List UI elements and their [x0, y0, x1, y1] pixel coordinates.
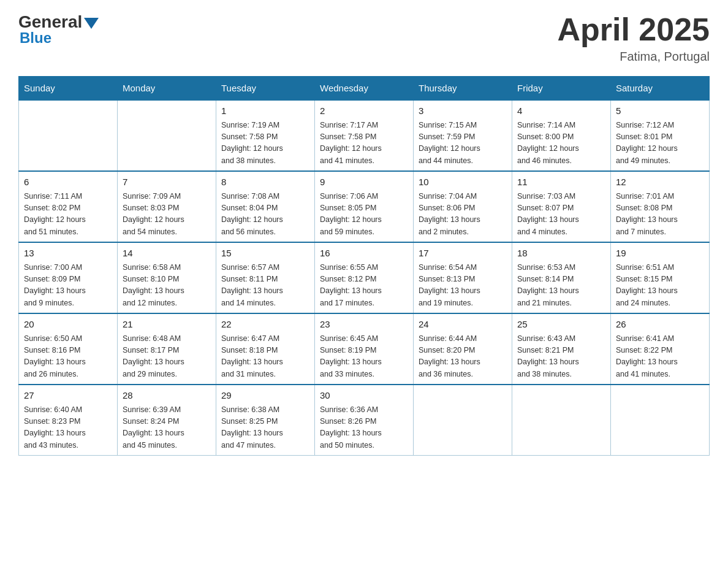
- calendar-cell: 12Sunrise: 7:01 AM Sunset: 8:08 PM Dayli…: [611, 171, 710, 242]
- day-number: 21: [123, 318, 211, 332]
- calendar-cell: 23Sunrise: 6:45 AM Sunset: 8:19 PM Dayli…: [315, 313, 414, 385]
- day-number: 2: [320, 104, 408, 118]
- day-info: Sunrise: 7:01 AM Sunset: 8:08 PM Dayligh…: [616, 191, 704, 239]
- day-info: Sunrise: 7:03 AM Sunset: 8:07 PM Dayligh…: [517, 191, 605, 239]
- calendar-cell: 21Sunrise: 6:48 AM Sunset: 8:17 PM Dayli…: [118, 313, 216, 385]
- calendar-cell: 2Sunrise: 7:17 AM Sunset: 7:58 PM Daylig…: [315, 100, 414, 171]
- day-number: 23: [320, 318, 408, 332]
- calendar-cell: [118, 100, 216, 171]
- weekday-header-wednesday: Wednesday: [315, 77, 414, 101]
- day-number: 17: [419, 247, 507, 261]
- day-number: 26: [616, 318, 704, 332]
- day-info: Sunrise: 6:41 AM Sunset: 8:22 PM Dayligh…: [616, 333, 704, 381]
- day-number: 6: [24, 175, 112, 190]
- calendar-cell: 3Sunrise: 7:15 AM Sunset: 7:59 PM Daylig…: [414, 100, 512, 171]
- weekday-header-friday: Friday: [512, 77, 611, 101]
- weekday-header-monday: Monday: [118, 77, 216, 101]
- calendar-cell: 22Sunrise: 6:47 AM Sunset: 8:18 PM Dayli…: [216, 313, 315, 385]
- day-number: 22: [221, 318, 309, 332]
- day-number: 20: [24, 318, 112, 332]
- day-info: Sunrise: 7:11 AM Sunset: 8:02 PM Dayligh…: [24, 191, 112, 239]
- day-info: Sunrise: 6:54 AM Sunset: 8:13 PM Dayligh…: [419, 262, 507, 310]
- day-number: 8: [221, 175, 309, 190]
- calendar-location: Fatima, Portugal: [557, 50, 710, 64]
- day-number: 30: [320, 389, 408, 403]
- day-info: Sunrise: 6:51 AM Sunset: 8:15 PM Dayligh…: [616, 262, 704, 310]
- calendar-cell: 7Sunrise: 7:09 AM Sunset: 8:03 PM Daylig…: [118, 171, 216, 242]
- day-info: Sunrise: 6:36 AM Sunset: 8:26 PM Dayligh…: [320, 404, 408, 452]
- day-info: Sunrise: 6:43 AM Sunset: 8:21 PM Dayligh…: [517, 333, 605, 381]
- calendar-week-1: 1Sunrise: 7:19 AM Sunset: 7:58 PM Daylig…: [19, 100, 710, 171]
- calendar-week-3: 13Sunrise: 7:00 AM Sunset: 8:09 PM Dayli…: [19, 242, 710, 313]
- day-number: 9: [320, 175, 408, 190]
- day-number: 5: [616, 104, 704, 118]
- calendar-cell: 24Sunrise: 6:44 AM Sunset: 8:20 PM Dayli…: [414, 313, 512, 385]
- day-number: 11: [517, 175, 605, 190]
- calendar-cell: 27Sunrise: 6:40 AM Sunset: 8:23 PM Dayli…: [19, 385, 118, 456]
- day-info: Sunrise: 7:06 AM Sunset: 8:05 PM Dayligh…: [320, 191, 408, 239]
- day-info: Sunrise: 6:40 AM Sunset: 8:23 PM Dayligh…: [24, 404, 112, 452]
- day-info: Sunrise: 7:17 AM Sunset: 7:58 PM Dayligh…: [320, 120, 408, 167]
- calendar-cell: 8Sunrise: 7:08 AM Sunset: 8:04 PM Daylig…: [216, 171, 315, 242]
- logo-triangle-icon: [84, 18, 99, 29]
- calendar-cell: 11Sunrise: 7:03 AM Sunset: 8:07 PM Dayli…: [512, 171, 611, 242]
- calendar-title: April 2025: [557, 12, 710, 47]
- calendar-table: SundayMondayTuesdayWednesdayThursdayFrid…: [18, 76, 710, 456]
- day-info: Sunrise: 7:04 AM Sunset: 8:06 PM Dayligh…: [419, 191, 507, 239]
- day-number: 18: [517, 247, 605, 261]
- calendar-cell: [414, 385, 512, 456]
- calendar-cell: 26Sunrise: 6:41 AM Sunset: 8:22 PM Dayli…: [611, 313, 710, 385]
- day-number: 16: [320, 247, 408, 261]
- calendar-cell: 30Sunrise: 6:36 AM Sunset: 8:26 PM Dayli…: [315, 385, 414, 456]
- day-info: Sunrise: 7:19 AM Sunset: 7:58 PM Dayligh…: [221, 120, 309, 167]
- weekday-header-tuesday: Tuesday: [216, 77, 315, 101]
- calendar-cell: 29Sunrise: 6:38 AM Sunset: 8:25 PM Dayli…: [216, 385, 315, 456]
- day-number: 12: [616, 175, 704, 190]
- calendar-cell: [512, 385, 611, 456]
- calendar-header-row: SundayMondayTuesdayWednesdayThursdayFrid…: [19, 77, 710, 101]
- day-info: Sunrise: 6:57 AM Sunset: 8:11 PM Dayligh…: [221, 262, 309, 310]
- calendar-cell: 9Sunrise: 7:06 AM Sunset: 8:05 PM Daylig…: [315, 171, 414, 242]
- day-number: 3: [419, 104, 507, 118]
- page-header: General Blue April 2025 Fatima, Portugal: [18, 12, 710, 64]
- day-info: Sunrise: 7:00 AM Sunset: 8:09 PM Dayligh…: [24, 262, 112, 310]
- day-info: Sunrise: 7:08 AM Sunset: 8:04 PM Dayligh…: [221, 191, 309, 239]
- day-number: 1: [221, 104, 309, 118]
- calendar-cell: 1Sunrise: 7:19 AM Sunset: 7:58 PM Daylig…: [216, 100, 315, 171]
- day-info: Sunrise: 6:45 AM Sunset: 8:19 PM Dayligh…: [320, 333, 408, 381]
- day-info: Sunrise: 6:53 AM Sunset: 8:14 PM Dayligh…: [517, 262, 605, 310]
- day-number: 27: [24, 389, 112, 403]
- day-info: Sunrise: 6:44 AM Sunset: 8:20 PM Dayligh…: [419, 333, 507, 381]
- weekday-header-thursday: Thursday: [414, 77, 512, 101]
- calendar-cell: 18Sunrise: 6:53 AM Sunset: 8:14 PM Dayli…: [512, 242, 611, 313]
- title-block: April 2025 Fatima, Portugal: [557, 12, 710, 64]
- calendar-week-4: 20Sunrise: 6:50 AM Sunset: 8:16 PM Dayli…: [19, 313, 710, 385]
- day-info: Sunrise: 7:09 AM Sunset: 8:03 PM Dayligh…: [123, 191, 211, 239]
- weekday-header-sunday: Sunday: [19, 77, 118, 101]
- day-info: Sunrise: 6:50 AM Sunset: 8:16 PM Dayligh…: [24, 333, 112, 381]
- day-info: Sunrise: 6:39 AM Sunset: 8:24 PM Dayligh…: [123, 404, 211, 452]
- day-number: 7: [123, 175, 211, 190]
- day-info: Sunrise: 6:47 AM Sunset: 8:18 PM Dayligh…: [221, 333, 309, 381]
- day-number: 15: [221, 247, 309, 261]
- day-info: Sunrise: 7:15 AM Sunset: 7:59 PM Dayligh…: [419, 120, 507, 167]
- calendar-cell: [611, 385, 710, 456]
- calendar-cell: 13Sunrise: 7:00 AM Sunset: 8:09 PM Dayli…: [19, 242, 118, 313]
- day-number: 19: [616, 247, 704, 261]
- day-number: 13: [24, 247, 112, 261]
- day-info: Sunrise: 7:12 AM Sunset: 8:01 PM Dayligh…: [616, 120, 704, 167]
- calendar-cell: [19, 100, 118, 171]
- logo-blue-text: Blue: [20, 29, 51, 47]
- calendar-week-2: 6Sunrise: 7:11 AM Sunset: 8:02 PM Daylig…: [19, 171, 710, 242]
- day-number: 14: [123, 247, 211, 261]
- day-number: 24: [419, 318, 507, 332]
- day-number: 29: [221, 389, 309, 403]
- day-number: 25: [517, 318, 605, 332]
- weekday-header-saturday: Saturday: [611, 77, 710, 101]
- day-number: 28: [123, 389, 211, 403]
- calendar-cell: 16Sunrise: 6:55 AM Sunset: 8:12 PM Dayli…: [315, 242, 414, 313]
- calendar-cell: 19Sunrise: 6:51 AM Sunset: 8:15 PM Dayli…: [611, 242, 710, 313]
- calendar-cell: 14Sunrise: 6:58 AM Sunset: 8:10 PM Dayli…: [118, 242, 216, 313]
- calendar-cell: 20Sunrise: 6:50 AM Sunset: 8:16 PM Dayli…: [19, 313, 118, 385]
- calendar-cell: 17Sunrise: 6:54 AM Sunset: 8:13 PM Dayli…: [414, 242, 512, 313]
